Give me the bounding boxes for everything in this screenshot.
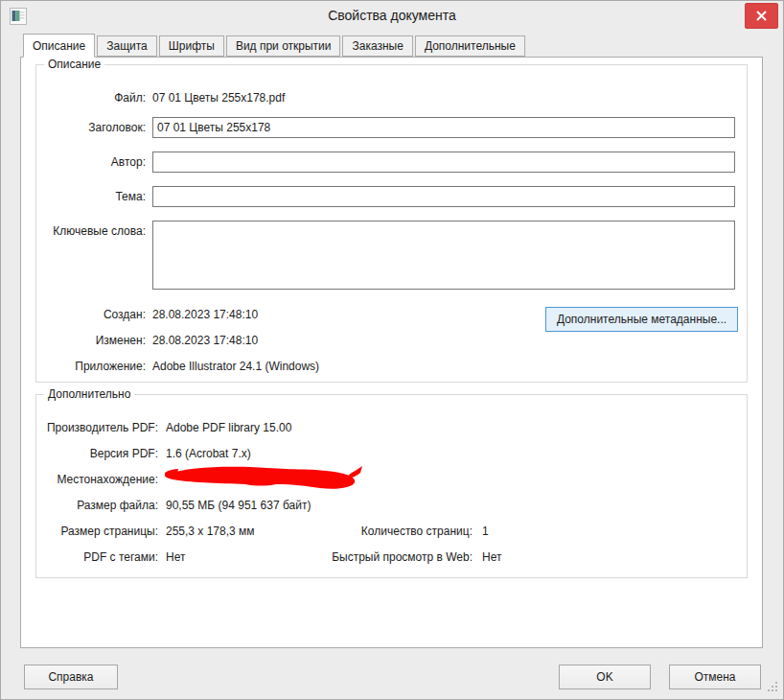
description-group: Описание Файл: 07 01 Цветы 255x178.pdf З… <box>35 64 748 383</box>
additional-metadata-button[interactable]: Дополнительные метаданные... <box>545 307 738 332</box>
description-group-title: Описание <box>44 58 104 71</box>
titlebar: Свойства документа <box>1 1 783 33</box>
application-label: Приложение: <box>36 360 146 374</box>
file-size-value: 90,55 МБ (94 951 637 байт) <box>166 499 311 513</box>
fast-web-view-label: Быстрый просмотр в Web: <box>257 550 473 565</box>
advanced-group: Дополнительно Производитель PDF: Adobe P… <box>35 394 748 578</box>
file-value: 07 01 Цветы 255x178.pdf <box>152 91 285 105</box>
subject-input[interactable] <box>152 186 735 207</box>
pdf-version-label: Версия PDF: <box>36 447 158 461</box>
modified-value: 28.08.2023 17:48:10 <box>152 334 258 348</box>
tab-custom[interactable]: Заказные <box>342 35 412 57</box>
description-tab-page: Описание Файл: 07 01 Цветы 255x178.pdf З… <box>20 57 763 648</box>
tab-security[interactable]: Защита <box>97 35 157 57</box>
keywords-input[interactable] <box>152 221 735 290</box>
title-input[interactable] <box>152 117 735 138</box>
tab-strip: Описание Защита Шрифты Вид при открытии … <box>23 34 525 57</box>
tab-initial-view[interactable]: Вид при открытии <box>226 35 341 57</box>
subject-label: Тема: <box>36 190 146 204</box>
tagged-pdf-value: Нет <box>166 550 185 565</box>
keywords-label: Ключевые слова: <box>36 224 146 239</box>
fast-web-view-value: Нет <box>482 550 501 565</box>
file-label: Файл: <box>36 91 146 105</box>
pdf-producer-value: Adobe PDF library 15.00 <box>166 421 291 435</box>
location-label: Местонахождение: <box>36 473 158 487</box>
page-count-label: Количество страниц: <box>257 525 473 539</box>
tab-advanced[interactable]: Дополнительные <box>415 35 525 57</box>
tagged-pdf-label: PDF с тегами: <box>36 550 158 565</box>
author-label: Автор: <box>36 155 146 170</box>
application-value: Adobe Illustrator 24.1 (Windows) <box>152 360 319 374</box>
window-title: Свойства документа <box>1 8 783 23</box>
close-icon <box>756 11 767 21</box>
tab-fonts[interactable]: Шрифты <box>159 35 224 57</box>
close-button[interactable] <box>745 3 778 29</box>
cancel-button[interactable]: Отмена <box>669 665 761 689</box>
page-size-value: 255,3 x 178,3 мм <box>166 525 255 539</box>
location-redaction-scribble <box>161 458 364 493</box>
ok-button[interactable]: OK <box>559 665 651 689</box>
pdf-producer-label: Производитель PDF: <box>36 421 158 435</box>
modified-label: Изменен: <box>36 334 146 348</box>
page-count-value: 1 <box>482 525 489 539</box>
created-label: Создан: <box>36 308 146 322</box>
help-button[interactable]: Справка <box>24 665 118 689</box>
advanced-group-title: Дополнительно <box>44 387 134 401</box>
title-label: Заголовок: <box>36 121 146 135</box>
file-size-label: Размер файла: <box>36 499 158 513</box>
created-value: 28.08.2023 17:48:10 <box>152 308 258 322</box>
tab-description[interactable]: Описание <box>23 34 95 58</box>
author-input[interactable] <box>152 152 735 173</box>
page-size-label: Размер страницы: <box>36 525 158 539</box>
document-properties-dialog: Свойства документа Описание Защита Шрифт… <box>0 0 784 700</box>
resize-grip[interactable] <box>766 680 777 691</box>
